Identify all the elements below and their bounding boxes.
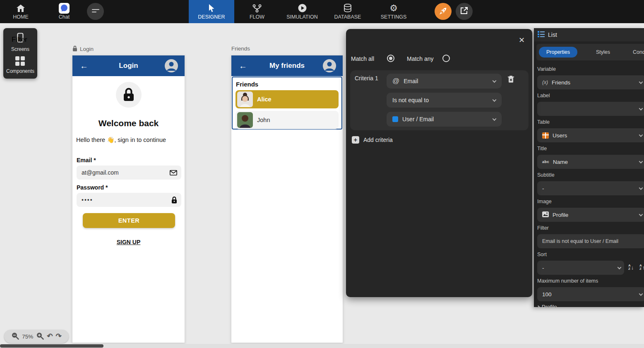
list-item[interactable]: John [235,111,339,129]
delete-criteria-button[interactable] [507,75,514,85]
toolbox-screens-label: Screens [11,46,29,52]
table-icon [542,132,549,139]
toolbox-components-button[interactable]: Components [6,56,34,74]
nav-simulation[interactable]: SIMULATION [280,0,324,23]
subtitle-select[interactable]: - [537,181,644,195]
publish-button[interactable] [435,3,452,20]
criteria-operator-value: Is not equal to [392,97,429,103]
label-select[interactable] [537,102,644,116]
gear-icon: ⚙ [389,4,398,13]
redo-icon[interactable]: ↷ [56,333,62,340]
sort-desc-icon[interactable]: AZ↑ [639,264,644,271]
back-arrow-icon[interactable]: ← [80,61,88,71]
play-circle-icon [298,4,307,13]
back-arrow-icon[interactable]: ← [239,61,247,71]
variable-value: Friends [552,79,570,86]
nav-home-label: HOME [13,14,29,20]
chevron-down-icon [618,265,622,269]
nav-designer-label: DESIGNER [198,14,225,20]
login-screen-label-text: Login [80,46,94,52]
signup-link[interactable]: SIGN UP [72,239,185,245]
nav-simulation-label: SIMULATION [286,14,317,20]
login-screen-label[interactable]: Login [72,46,94,53]
tab-properties[interactable]: Properties [539,47,577,58]
match-any-radio[interactable] [442,55,450,62]
welcome-subheading: Hello there 👋, sign in to continue [76,137,166,144]
nav-settings[interactable]: ⚙ SETTINGS [375,0,412,23]
lock-icon [123,88,135,102]
canvas-zoom-controls: 75% ↶ ↷ [4,330,69,343]
zoom-in-icon[interactable] [36,332,44,341]
undo-icon[interactable]: ↶ [47,333,53,340]
friend-photo [237,91,253,107]
password-field[interactable]: •••• [77,193,181,207]
chevron-down-icon [639,133,643,137]
lock-icon [72,46,77,53]
add-criteria-button[interactable]: + Add criteria [352,136,393,144]
zoom-out-icon[interactable] [11,332,19,341]
sort-value: - [542,265,544,271]
scrollbar-thumb[interactable] [0,344,103,348]
nav-chat[interactable]: Chat [51,0,77,23]
match-all-label: Match all [351,55,374,62]
image-icon [542,211,549,218]
image-select[interactable]: Profile [537,208,644,222]
table-value: Users [553,132,567,139]
friends-screen-label[interactable]: Friends [231,46,250,52]
list-item[interactable]: Alice [235,90,339,108]
hamburger-icon [92,8,99,15]
filter-value: Email is not equal to User / Email [542,238,618,244]
friends-screen-mockup[interactable]: ← My friends Friends [231,55,343,343]
flow-icon [252,4,262,13]
welcome-heading: Welcome back [72,118,185,128]
filter-field[interactable]: Email is not equal to User / Email [537,234,644,248]
nav-database[interactable]: DATABASE [328,0,368,23]
email-field[interactable]: at@gmail.com [77,166,181,180]
variable-select[interactable]: (x) Friends [537,75,644,89]
nav-flow[interactable]: FLOW [243,0,272,23]
criteria-value-select[interactable]: User / Email [387,112,502,127]
max-items-value: 100 [542,291,552,298]
properties-panel-header: List [534,28,644,41]
tab-styles[interactable]: Styles [596,49,610,55]
profile-section-label[interactable]: Profile [537,304,557,307]
nav-home[interactable]: HOME [7,0,34,23]
close-icon[interactable]: ✕ [519,36,525,45]
login-screen-mockup[interactable]: ← Login Welcome back Hello there 👋, sign… [72,55,185,343]
app-root: HOME Chat DESIGNER [0,0,644,348]
filter-label: Filter [537,225,549,231]
table-select[interactable]: Users [537,128,644,142]
components-icon [15,56,25,66]
nav-designer[interactable]: DESIGNER [189,0,234,23]
trash-icon [507,77,514,84]
export-button[interactable] [456,3,473,20]
title-select[interactable]: abc Name [537,155,644,169]
nav-flow-label: FLOW [250,14,264,20]
chevron-down-icon [639,212,643,216]
list-component-selected[interactable]: Friends Alice [232,77,342,130]
email-value: at@gmail.com [82,169,119,176]
max-items-select[interactable]: 100 [537,287,644,301]
sort-select[interactable]: - [537,261,624,275]
horizontal-scrollbar[interactable] [0,344,644,348]
panel-tabs: Properties Styles Condition [536,44,644,60]
criteria-field-select[interactable]: @ Email [387,74,502,89]
tab-conditional[interactable]: Condition [633,49,644,55]
sort-asc-icon[interactable]: AZ↓ [628,264,634,271]
match-all-radio[interactable] [387,55,394,62]
menu-button[interactable] [87,3,104,20]
chevron-icon [537,305,540,307]
criteria-operator-select[interactable]: Is not equal to [387,93,502,108]
chat-icon [59,4,70,13]
variable-label: Variable [537,66,556,72]
list-icon [538,31,545,38]
selected-component-name: List [548,31,557,38]
enter-button[interactable]: ENTER [83,213,175,228]
criteria-label: Criteria 1 [355,75,378,82]
chevron-down-icon [639,186,643,190]
avatar-icon[interactable] [323,59,336,74]
subtitle-value: - [542,185,544,192]
chevron-down-icon [639,159,643,163]
avatar-icon[interactable] [165,59,178,74]
label-label: Label [537,93,550,98]
